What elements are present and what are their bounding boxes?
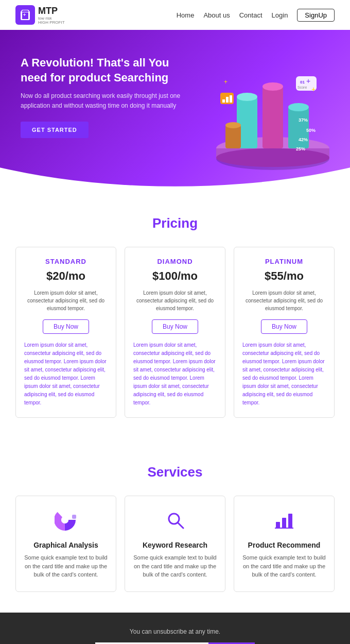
nav-contact[interactable]: Contact — [239, 11, 262, 19]
svg-rect-10 — [225, 125, 241, 148]
service-title-0: Graphical Analysis — [24, 541, 108, 549]
svg-text:37%: 37% — [299, 117, 308, 123]
pricing-grid: STANDARD $20/mo Lorem ipsum dolor sit am… — [15, 247, 335, 418]
pricing-desc-0: Lorem ipsum dolor sit amet, consectetur … — [24, 289, 108, 312]
pricing-title: Pricing — [15, 215, 335, 231]
email-input[interactable] — [95, 642, 208, 645]
svg-rect-34 — [288, 514, 292, 528]
service-card-0: Graphical Analysis Some quick example te… — [15, 496, 116, 592]
svg-point-9 — [288, 103, 309, 111]
search-icon — [133, 509, 217, 536]
pie-chart-icon — [24, 509, 108, 536]
pricing-plan-1: DIAMOND — [133, 258, 217, 265]
svg-text:+: + — [224, 78, 227, 86]
svg-rect-24 — [226, 97, 229, 103]
services-section: Services Graphical Analysis Some quick e… — [0, 438, 350, 613]
logo: MTP low riskHIGH PROFIT — [15, 5, 65, 25]
svg-point-28 — [61, 516, 68, 523]
navbar: MTP low riskHIGH PROFIT Home About us Co… — [0, 0, 350, 30]
unsubscribe-text: You can unsubscribe at any time. — [21, 628, 329, 635]
svg-rect-8 — [288, 107, 309, 148]
buy-button-standard[interactable]: Buy Now — [43, 319, 89, 334]
logo-subtitle: low riskHIGH PROFIT — [38, 16, 65, 25]
svg-rect-32 — [276, 522, 280, 528]
service-card-2: Product Recommend Some quick example tex… — [234, 496, 335, 592]
bar-chart-icon — [242, 509, 326, 536]
svg-text:01: 01 — [300, 80, 305, 84]
hero-svg: 37% 50% 42% 25% 01 + Score + + — [196, 45, 340, 179]
svg-point-7 — [262, 82, 283, 91]
pricing-desc-2: Lorem ipsum dolor sit amet, consectetur … — [242, 289, 326, 312]
pricing-price-0: $20/mo — [24, 269, 108, 283]
bag-icon — [19, 9, 31, 21]
service-card-1: Keyword Research Some quick example text… — [125, 496, 225, 592]
service-title-1: Keyword Research — [133, 541, 217, 549]
svg-rect-25 — [230, 95, 232, 103]
pricing-price-1: $100/mo — [133, 269, 217, 283]
pricing-plan-0: STANDARD — [24, 258, 108, 265]
pricing-card-platinum: PLATINUM $55/mo Lorem ipsum dolor sit am… — [234, 247, 335, 418]
pricing-features-2: Lorem ipsum dolor sit amet, consectetur … — [242, 341, 326, 407]
service-desc-2: Some quick example text to build on the … — [242, 553, 326, 579]
nav-about[interactable]: About us — [203, 11, 230, 19]
buy-button-diamond[interactable]: Buy Now — [152, 319, 198, 334]
services-title: Services — [15, 464, 335, 480]
hero-illustration: 37% 50% 42% 25% 01 + Score + + — [196, 45, 340, 179]
hero-content: A Revolution! That's all You need for pr… — [21, 56, 185, 138]
svg-text:Score: Score — [297, 86, 307, 89]
svg-point-5 — [237, 93, 257, 101]
services-grid: Graphical Analysis Some quick example te… — [15, 496, 335, 592]
service-desc-0: Some quick example text to build on the … — [24, 553, 108, 579]
pricing-desc-1: Lorem ipsum dolor sit amet, consectetur … — [133, 289, 217, 312]
svg-text:25%: 25% — [296, 146, 305, 151]
subscribe-button[interactable]: Subscribe — [208, 642, 255, 645]
pricing-card-standard: STANDARD $20/mo Lorem ipsum dolor sit am… — [15, 247, 116, 418]
pricing-plan-2: PLATINUM — [242, 258, 326, 265]
svg-point-11 — [225, 122, 241, 128]
svg-rect-6 — [262, 87, 283, 148]
pricing-section: Pricing STANDARD $20/mo Lorem ipsum dolo… — [0, 190, 350, 438]
svg-point-3 — [216, 148, 329, 167]
logo-text-area: MTP low riskHIGH PROFIT — [38, 6, 65, 25]
svg-text:+: + — [306, 77, 310, 85]
svg-text:42%: 42% — [299, 137, 308, 142]
logo-icon — [15, 5, 35, 25]
footer-top: You can unsubscribe at any time. Subscri… — [0, 613, 350, 645]
logo-text: MTP — [38, 6, 58, 16]
svg-text:+: + — [311, 85, 316, 93]
nav-links: Home About us Contact Login SignUp — [177, 9, 335, 22]
buy-button-platinum[interactable]: Buy Now — [261, 319, 307, 334]
svg-rect-33 — [282, 518, 286, 528]
hero-title: A Revolution! That's all You need for pr… — [21, 56, 185, 85]
pricing-price-2: $55/mo — [242, 269, 326, 283]
svg-line-31 — [178, 522, 183, 528]
service-title-2: Product Recommend — [242, 541, 326, 549]
pricing-card-diamond: DIAMOND $100/mo Lorem ipsum dolor sit am… — [125, 247, 225, 418]
svg-rect-29 — [72, 515, 76, 519]
nav-home[interactable]: Home — [177, 11, 195, 19]
svg-text:50%: 50% — [306, 128, 316, 133]
service-desc-1: Some quick example text to build on the … — [133, 553, 217, 579]
pricing-features-1: Lorem ipsum dolor sit amet, consectetur … — [133, 341, 217, 407]
hero-section: A Revolution! That's all You need for pr… — [0, 30, 350, 190]
pricing-features-0: Lorem ipsum dolor sit amet, consectetur … — [24, 341, 108, 407]
nav-login[interactable]: Login — [272, 11, 288, 19]
get-started-button[interactable]: GET STARTED — [21, 122, 89, 138]
hero-description: Now do all product searching work easily… — [21, 91, 185, 111]
signup-button[interactable]: SignUp — [297, 9, 335, 22]
email-subscription-row: Subscribe — [21, 642, 329, 645]
svg-rect-23 — [222, 99, 225, 103]
